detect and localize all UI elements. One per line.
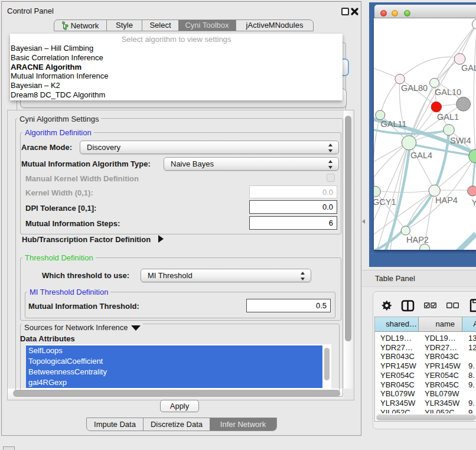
svg-text:GAL1: GAL1 xyxy=(437,112,459,122)
svg-text:GAL4: GAL4 xyxy=(410,151,432,160)
svg-text:HAP2: HAP2 xyxy=(406,235,429,244)
svg-text:HAP4: HAP4 xyxy=(435,195,458,205)
svg-text:GCY1: GCY1 xyxy=(374,197,396,207)
svg-text:GAL2: GAL2 xyxy=(461,63,476,73)
svg-text:GAL11: GAL11 xyxy=(381,119,407,129)
svg-text:YJ: YJ xyxy=(472,198,476,207)
svg-text:SWI4: SWI4 xyxy=(450,136,471,145)
svg-text:GAL80: GAL80 xyxy=(401,83,428,93)
svg-text:GAL10: GAL10 xyxy=(435,87,461,97)
